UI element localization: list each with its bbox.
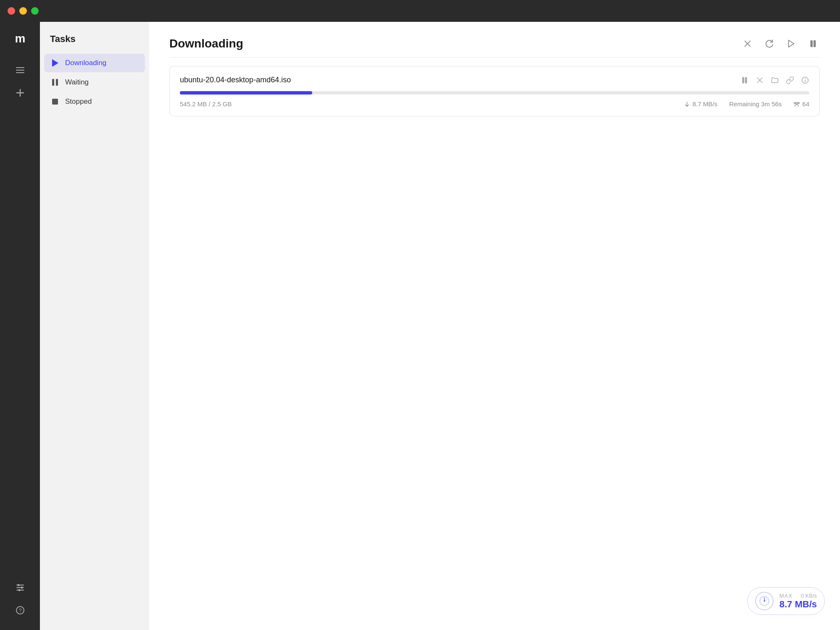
pause-all-button[interactable] [806,37,820,50]
close-button[interactable] [8,7,15,15]
peers-icon [793,101,800,108]
speed-dial-icon [759,596,770,606]
speed-widget[interactable]: MAX 0 KB/s 8.7 MB/s [747,587,825,615]
svg-point-6 [17,584,19,586]
help-circle-icon: ? [15,605,25,615]
svg-point-28 [794,102,795,103]
peers-stat: 64 [793,100,809,108]
help-button[interactable]: ? [11,601,30,620]
speed-value: 8.7 MB/s [693,100,717,108]
speed-info: MAX 0 KB/s 8.7 MB/s [779,593,817,610]
download-close-button[interactable] [756,76,764,84]
settings-button[interactable] [11,578,30,597]
folder-icon [771,76,779,84]
hamburger-icon [15,65,25,75]
svg-point-27 [798,102,799,103]
link-icon [786,76,794,84]
download-pause-icon [740,76,749,84]
speed-dial [755,592,774,610]
info-icon [801,76,809,84]
play-all-icon [787,39,796,48]
download-folder-button[interactable] [771,76,779,84]
x-icon [743,39,752,48]
remaining-stat: Remaining 3m 56s [729,100,782,108]
minimize-button[interactable] [19,7,27,15]
sidebar-label-waiting: Waiting [65,78,89,87]
sidebar-item-downloading[interactable]: Downloading [44,54,145,72]
download-pause-button[interactable] [740,76,749,84]
download-right-stats: 8.7 MB/s Remaining 3m 56s 64 [684,100,809,108]
sidebar-label-downloading: Downloading [65,59,106,67]
download-item-card: ubuntu-20.04-desktop-amd64.iso [169,66,820,116]
stop-icon [51,97,59,106]
svg-point-26 [796,102,798,104]
plus-icon [15,88,25,98]
download-info-button[interactable] [801,76,809,84]
download-link-button[interactable] [786,76,794,84]
svg-marker-15 [789,40,794,47]
svg-text:?: ? [18,607,21,614]
total-size: 2.5 GB [212,100,232,108]
refresh-icon [765,39,774,48]
sidebar-label-stopped: Stopped [65,97,92,106]
tasks-sidebar: Tasks Downloading Waiting Stopped [40,22,149,630]
svg-point-10 [18,589,20,591]
play-all-button[interactable] [785,37,798,50]
hamburger-menu-button[interactable] [11,60,30,80]
card-actions [740,76,809,84]
progress-fill [180,91,312,94]
titlebar [0,0,840,22]
refresh-button[interactable] [763,37,776,50]
svg-rect-16 [811,41,813,47]
speed-kb-label: 0 KB/s [801,593,817,599]
maximize-button[interactable] [31,7,39,15]
app-logo: m [15,32,25,45]
icon-bar: m ? [0,22,40,630]
svg-rect-18 [743,77,744,83]
size-separator: / [208,100,212,108]
sliders-icon [15,583,25,593]
svg-point-8 [21,587,23,589]
add-new-button[interactable] [11,83,30,102]
download-arrow-icon [684,101,690,108]
svg-rect-17 [814,41,816,47]
pause-all-icon [808,39,818,48]
sidebar-title: Tasks [40,34,149,53]
sidebar-item-waiting[interactable]: Waiting [44,73,145,92]
header-actions [741,37,820,50]
pause-icon [51,78,59,87]
speed-stat: 8.7 MB/s [684,100,717,108]
download-stats: 545.2 MB / 2.5 GB 8.7 MB/s Remaining 3m … [180,100,809,108]
download-close-icon [756,76,764,84]
peers-value: 64 [802,100,809,108]
sidebar-item-stopped[interactable]: Stopped [44,92,145,111]
svg-point-30 [764,601,765,602]
download-card-header: ubuntu-20.04-desktop-amd64.iso [180,76,809,84]
page-title: Downloading [169,37,243,50]
svg-rect-19 [745,77,747,83]
close-all-button[interactable] [741,37,754,50]
download-filename: ubuntu-20.04-desktop-amd64.iso [180,76,291,84]
speed-max-label: MAX [779,593,793,599]
download-size-stat: 545.2 MB / 2.5 GB [180,100,232,108]
main-content: Downloading [149,22,840,630]
speed-current-value: 8.7 MB/s [779,599,817,610]
content-header: Downloading [169,37,820,58]
downloaded-amount: 545.2 MB [180,100,207,108]
progress-track [180,91,809,94]
play-icon [51,59,59,67]
icon-bar-bottom: ? [11,578,30,620]
